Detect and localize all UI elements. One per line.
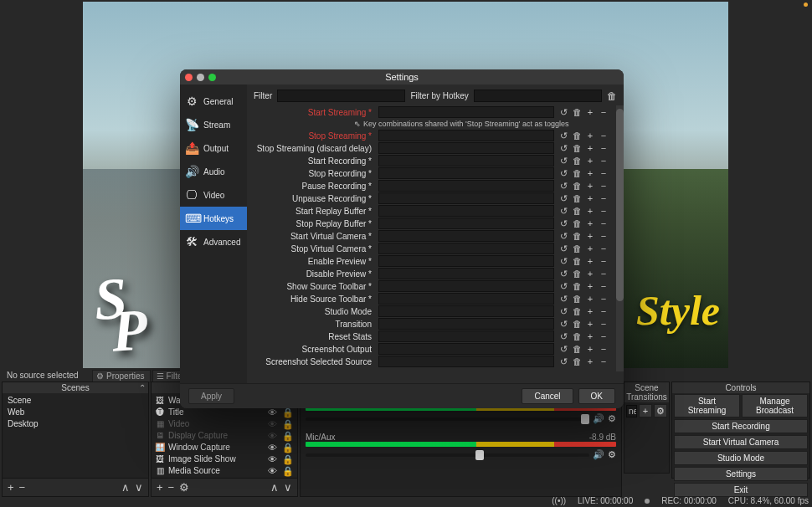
- hotkey-input[interactable]: [378, 218, 554, 229]
- remove-icon[interactable]: −: [598, 255, 609, 267]
- filter-hotkey-input[interactable]: [474, 90, 602, 102]
- filter-input[interactable]: [277, 90, 405, 102]
- hotkey-input[interactable]: [378, 230, 554, 242]
- start-virtual-camera-button[interactable]: Start Virtual Camera: [674, 435, 808, 449]
- source-list-item[interactable]: ▥Media Source👁🔒: [153, 465, 296, 477]
- remove-icon[interactable]: −: [598, 343, 609, 355]
- undo-icon[interactable]: ↺: [558, 305, 569, 317]
- remove-icon[interactable]: −: [598, 330, 609, 342]
- add-icon[interactable]: +: [584, 268, 596, 279]
- remove-icon[interactable]: −: [598, 192, 609, 204]
- trash-icon[interactable]: 🗑: [571, 243, 583, 254]
- lock-icon[interactable]: 🔒: [282, 418, 294, 430]
- hotkey-input[interactable]: [378, 180, 554, 192]
- scene-list-item[interactable]: Desktop: [4, 418, 146, 430]
- trash-icon[interactable]: 🗑: [571, 155, 583, 166]
- add-icon[interactable]: +: [584, 280, 596, 292]
- scrollbar-thumb[interactable]: [616, 109, 624, 301]
- undo-icon[interactable]: ↺: [558, 268, 569, 279]
- hotkey-input[interactable]: [378, 192, 554, 204]
- hotkey-input[interactable]: [378, 142, 554, 154]
- ok-button[interactable]: OK: [578, 388, 615, 404]
- remove-icon[interactable]: −: [598, 218, 609, 229]
- remove-icon[interactable]: −: [598, 130, 609, 141]
- visibility-icon[interactable]: 👁: [268, 430, 277, 442]
- trash-icon[interactable]: 🗑: [571, 218, 583, 229]
- trash-icon[interactable]: 🗑: [571, 230, 583, 242]
- hotkey-input[interactable]: [378, 318, 554, 330]
- move-up-icon[interactable]: ∧: [121, 481, 130, 494]
- add-icon[interactable]: +: [639, 404, 652, 417]
- add-icon[interactable]: +: [584, 106, 596, 118]
- undo-icon[interactable]: ↺: [558, 293, 569, 305]
- visibility-icon[interactable]: 👁: [268, 453, 277, 465]
- gear-icon[interactable]: ⚙: [608, 413, 616, 424]
- mute-icon[interactable]: 🔊: [593, 413, 604, 424]
- gear-icon[interactable]: ⚙: [654, 404, 667, 417]
- undo-icon[interactable]: ↺: [558, 192, 569, 204]
- remove-icon[interactable]: −: [598, 106, 609, 118]
- undo-icon[interactable]: ↺: [558, 255, 569, 267]
- trash-icon[interactable]: 🗑: [607, 90, 617, 102]
- trash-icon[interactable]: 🗑: [571, 293, 583, 305]
- source-list-item[interactable]: 🪟Window Capture👁🔒: [153, 442, 296, 453]
- trash-icon[interactable]: 🗑: [571, 330, 583, 342]
- trash-icon[interactable]: 🗑: [571, 280, 583, 292]
- close-icon[interactable]: ⌃: [139, 383, 146, 392]
- hotkey-input[interactable]: [378, 130, 554, 141]
- source-list-item[interactable]: 🅣Title👁🔒: [153, 407, 296, 418]
- undo-icon[interactable]: ↺: [558, 205, 569, 217]
- undo-icon[interactable]: ↺: [558, 142, 569, 154]
- visibility-icon[interactable]: 👁: [268, 442, 277, 453]
- add-icon[interactable]: +: [584, 130, 596, 141]
- lock-icon[interactable]: 🔒: [282, 465, 294, 477]
- add-icon[interactable]: +: [584, 243, 596, 254]
- visibility-icon[interactable]: 👁: [268, 418, 277, 430]
- category-output[interactable]: 📤Output: [180, 136, 247, 160]
- remove-icon[interactable]: −: [598, 167, 609, 179]
- undo-icon[interactable]: ↺: [558, 180, 569, 192]
- source-list-item[interactable]: ▦Video👁🔒: [153, 418, 296, 430]
- remove-icon[interactable]: −: [598, 180, 609, 192]
- visibility-icon[interactable]: 👁: [268, 407, 277, 418]
- hotkey-input[interactable]: [378, 343, 554, 355]
- undo-icon[interactable]: ↺: [558, 330, 569, 342]
- trash-icon[interactable]: 🗑: [571, 205, 583, 217]
- undo-icon[interactable]: ↺: [558, 106, 569, 118]
- slider-thumb[interactable]: [581, 414, 589, 424]
- gear-icon[interactable]: ⚙: [179, 481, 189, 494]
- add-icon[interactable]: +: [584, 293, 596, 305]
- add-icon[interactable]: +: [8, 481, 14, 494]
- visibility-icon[interactable]: 👁: [268, 465, 277, 477]
- category-audio[interactable]: 🔊Audio: [180, 160, 247, 183]
- undo-icon[interactable]: ↺: [558, 356, 569, 367]
- remove-icon[interactable]: −: [19, 481, 26, 494]
- undo-icon[interactable]: ↺: [558, 243, 569, 254]
- add-icon[interactable]: +: [584, 180, 596, 192]
- scene-list-item[interactable]: Web: [4, 407, 146, 418]
- remove-icon[interactable]: −: [598, 280, 609, 292]
- undo-icon[interactable]: ↺: [558, 167, 569, 179]
- trash-icon[interactable]: 🗑: [571, 305, 583, 317]
- category-advanced[interactable]: 🛠Advanced: [180, 230, 247, 254]
- hotkey-input[interactable]: [378, 167, 554, 179]
- remove-icon[interactable]: −: [598, 268, 609, 279]
- trash-icon[interactable]: 🗑: [571, 192, 583, 204]
- manage-broadcast-button[interactable]: Manage Broadcast: [742, 394, 808, 417]
- lock-icon[interactable]: 🔒: [282, 442, 294, 453]
- source-list-item[interactable]: 🖼Image Slide Show👁🔒: [153, 453, 296, 465]
- undo-icon[interactable]: ↺: [558, 343, 569, 355]
- hotkey-input[interactable]: [378, 305, 554, 317]
- hotkey-input[interactable]: [378, 280, 554, 292]
- remove-icon[interactable]: −: [598, 205, 609, 217]
- lock-icon[interactable]: 🔒: [282, 407, 294, 418]
- hotkey-input[interactable]: [378, 293, 554, 305]
- undo-icon[interactable]: ↺: [558, 218, 569, 229]
- remove-icon[interactable]: −: [168, 481, 175, 494]
- add-icon[interactable]: +: [584, 356, 596, 367]
- add-icon[interactable]: +: [584, 305, 596, 317]
- category-video[interactable]: 🖵Video: [180, 183, 247, 207]
- add-icon[interactable]: +: [584, 167, 596, 179]
- remove-icon[interactable]: −: [598, 356, 609, 367]
- hotkey-input[interactable]: [378, 243, 554, 254]
